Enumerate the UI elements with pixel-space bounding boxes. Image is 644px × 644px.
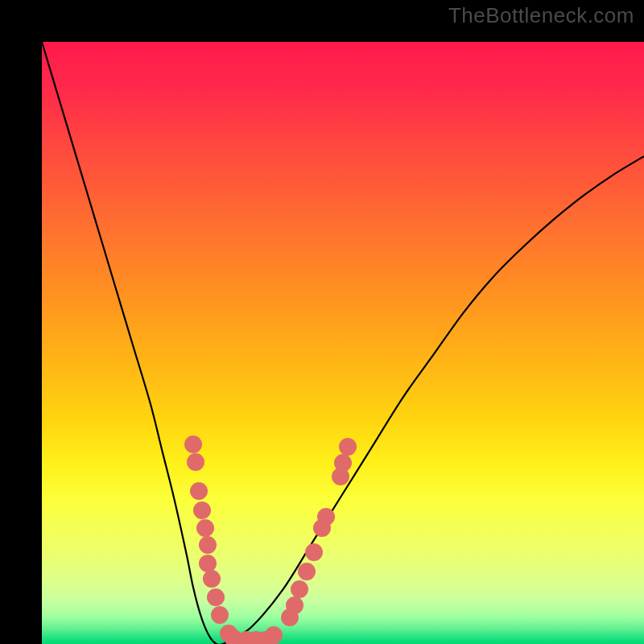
highlight-dot (339, 438, 357, 456)
highlight-dot (298, 563, 316, 580)
highlight-dot (265, 626, 283, 644)
highlight-dot (203, 570, 221, 588)
highlight-dot (187, 453, 204, 471)
watermark-text: TheBottleneck.com (448, 3, 634, 28)
highlight-dot (196, 519, 214, 537)
chart-plot-area (42, 42, 644, 644)
highlight-dot (199, 555, 217, 572)
highlight-dot (211, 606, 229, 624)
highlight-dot (286, 597, 303, 614)
highlight-dot (305, 543, 323, 561)
highlight-dot (199, 536, 217, 554)
highlight-dot (291, 580, 308, 598)
highlight-dot (334, 454, 352, 472)
highlight-dot (184, 436, 202, 453)
chart-frame (0, 0, 644, 644)
highlight-dot (317, 508, 335, 526)
highlight-dot (207, 588, 225, 606)
bottleneck-chart (42, 42, 644, 644)
highlight-dot (193, 502, 211, 519)
highlight-dot (190, 482, 208, 500)
